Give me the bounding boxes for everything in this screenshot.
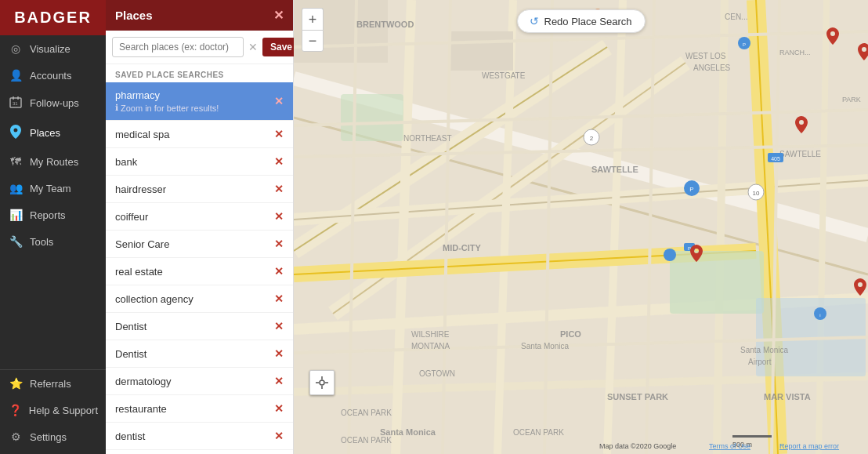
svg-text:OCEAN PARK: OCEAN PARK — [341, 436, 392, 445]
delete-place-button[interactable]: ✕ — [268, 265, 284, 278]
svg-text:WILSHIRE: WILSHIRE — [411, 330, 450, 339]
delete-place-button[interactable]: ✕ — [268, 183, 284, 195]
svg-text:MID-CITY: MID-CITY — [443, 243, 482, 252]
delete-place-button[interactable]: ✕ — [268, 155, 284, 168]
places-header: Places ✕ — [106, 0, 293, 31]
close-button[interactable]: ✕ — [273, 8, 284, 23]
sidebar-item-my-routes[interactable]: 🗺 My Routes — [0, 148, 106, 175]
list-item[interactable]: hospital ✕ — [106, 450, 293, 454]
svg-text:Report a map error: Report a map error — [779, 442, 839, 450]
svg-text:Santa Monica: Santa Monica — [380, 427, 436, 437]
place-name: Dentist — [115, 348, 268, 360]
clear-search-button[interactable]: ✕ — [247, 41, 259, 53]
map-area[interactable]: BRENTWOOD CEN... RANCH... PARK WESTGATE … — [294, 0, 868, 454]
sidebar-item-referrals[interactable]: ⭐ Referrals — [0, 370, 106, 397]
svg-text:OCEAN PARK: OCEAN PARK — [341, 409, 392, 417]
svg-text:CEN...: CEN... — [725, 13, 747, 21]
delete-place-button[interactable]: ✕ — [268, 347, 284, 360]
svg-text:10: 10 — [753, 190, 760, 197]
list-item[interactable]: pharmacy ℹ Zoom in for better results! ✕ — [106, 82, 293, 121]
places-icon — [8, 125, 24, 141]
list-item[interactable]: restaurante ✕ — [106, 395, 293, 423]
svg-rect-1 — [13, 96, 14, 100]
routes-icon: 🗺 — [8, 155, 24, 168]
accounts-icon: 👤 — [8, 69, 24, 82]
place-sub: ℹ Zoom in for better results! — [115, 103, 268, 113]
sidebar-item-reports[interactable]: 📊 Reports — [0, 202, 106, 228]
svg-text:WEST LOS: WEST LOS — [685, 52, 726, 60]
tools-icon: 🔧 — [8, 235, 24, 248]
delete-place-button[interactable]: ✕ — [268, 430, 284, 442]
svg-text:Airport: Airport — [748, 358, 772, 366]
redo-search-button[interactable]: ↺ Redo Place Search — [516, 9, 645, 33]
svg-text:i: i — [819, 313, 820, 318]
search-row: ✕ Save — [106, 31, 293, 64]
svg-text:MAR VISTA: MAR VISTA — [764, 392, 811, 401]
svg-text:P: P — [743, 42, 746, 47]
svg-text:BRENTWOOD: BRENTWOOD — [356, 20, 414, 29]
delete-place-button[interactable]: ✕ — [268, 402, 284, 415]
svg-text:OCEAN PARK: OCEAN PARK — [513, 428, 564, 437]
svg-text:Santa Monica: Santa Monica — [521, 342, 570, 350]
zoom-out-button[interactable]: − — [302, 30, 324, 52]
sidebar-item-my-team[interactable]: 👥 My Team — [0, 175, 106, 202]
list-item[interactable]: real estate ✕ — [106, 258, 293, 285]
svg-rect-76 — [732, 435, 772, 438]
delete-place-button[interactable]: ✕ — [268, 238, 284, 250]
place-name: restaurante — [115, 403, 268, 415]
places-panel: Places ✕ ✕ Save SAVED PLACE SEARCHES pha… — [106, 0, 294, 454]
my-location-button[interactable] — [309, 370, 335, 395]
place-name: dermatology — [115, 376, 268, 387]
sidebar-item-visualize[interactable]: ◎ Visualize — [0, 35, 106, 62]
svg-text:PICO: PICO — [560, 329, 581, 339]
place-name: medical spa — [115, 129, 268, 140]
settings-icon: ⚙ — [8, 430, 24, 443]
list-item[interactable]: Dentist ✕ — [106, 340, 293, 368]
sidebar-item-settings[interactable]: ⚙ Settings — [0, 423, 106, 450]
svg-text:PARK: PARK — [842, 96, 861, 104]
sidebar: BADGER ◎ Visualize 👤 Accounts 31 Follow-… — [0, 0, 106, 454]
svg-text:MONTANA: MONTANA — [411, 342, 450, 350]
svg-text:P: P — [689, 186, 693, 193]
svg-text:Santa Monica: Santa Monica — [740, 346, 789, 354]
referrals-icon: ⭐ — [8, 377, 24, 390]
place-name: collection agency — [115, 293, 268, 305]
svg-text:RANCH...: RANCH... — [779, 49, 811, 56]
search-input[interactable] — [112, 37, 244, 57]
svg-rect-22 — [670, 251, 764, 314]
list-item[interactable]: hairdresser ✕ — [106, 176, 293, 203]
delete-place-button[interactable]: ✕ — [268, 210, 284, 223]
place-name: Dentist — [115, 321, 268, 332]
delete-place-button[interactable]: ✕ — [268, 128, 284, 140]
list-item[interactable]: dentist ✕ — [106, 423, 293, 450]
delete-place-button[interactable]: ✕ — [268, 292, 284, 305]
place-name: hairdresser — [115, 183, 268, 195]
delete-place-button[interactable]: ✕ — [268, 320, 284, 332]
svg-text:2: 2 — [590, 135, 594, 142]
list-item[interactable]: medical spa ✕ — [106, 121, 293, 148]
svg-point-82 — [320, 380, 324, 385]
svg-text:Map data ©2020 Google: Map data ©2020 Google — [599, 442, 676, 450]
list-item[interactable]: bank ✕ — [106, 148, 293, 176]
svg-rect-23 — [341, 94, 403, 141]
svg-rect-26 — [450, 31, 513, 71]
list-item[interactable]: coiffeur ✕ — [106, 203, 293, 231]
sidebar-item-help-support[interactable]: ❓ Help & Support — [0, 397, 106, 423]
sidebar-item-places[interactable]: Places — [0, 118, 106, 148]
list-item[interactable]: Senior Care ✕ — [106, 231, 293, 258]
list-item[interactable]: collection agency ✕ — [106, 285, 293, 313]
place-name: dentist — [115, 430, 268, 442]
help-icon: ❓ — [8, 404, 23, 416]
zoom-in-button[interactable]: + — [302, 8, 324, 30]
delete-place-button[interactable]: ✕ — [268, 95, 284, 107]
place-name: real estate — [115, 266, 268, 278]
delete-place-button[interactable]: ✕ — [268, 375, 284, 387]
map-background: BRENTWOOD CEN... RANCH... PARK WESTGATE … — [294, 0, 868, 454]
sidebar-item-accounts[interactable]: 👤 Accounts — [0, 62, 106, 89]
sidebar-item-tools[interactable]: 🔧 Tools — [0, 228, 106, 255]
app-logo: BADGER — [0, 0, 106, 35]
svg-rect-2 — [17, 96, 19, 100]
list-item[interactable]: dermatology ✕ — [106, 368, 293, 395]
sidebar-item-follow-ups[interactable]: 31 Follow-ups — [0, 89, 106, 118]
list-item[interactable]: Dentist ✕ — [106, 313, 293, 340]
